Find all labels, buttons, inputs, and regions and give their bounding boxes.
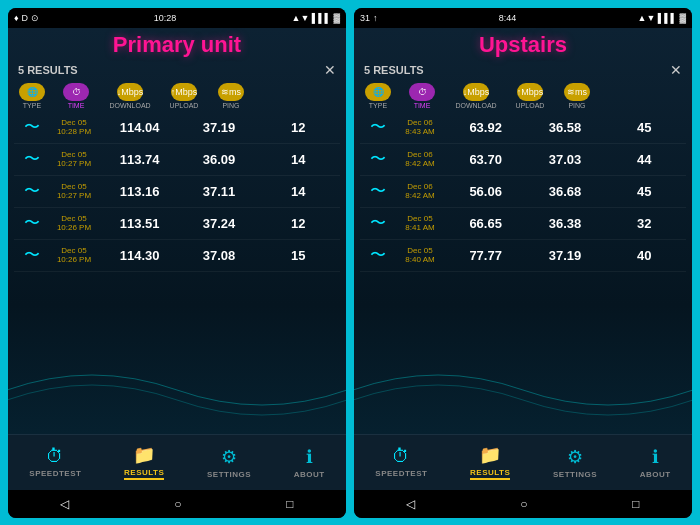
row-type: 〜: [16, 181, 48, 202]
wifi-icon: 〜: [24, 213, 40, 234]
nav-speedtest-upstairs[interactable]: ⏱ SPEEDTEST: [367, 442, 435, 482]
table-row[interactable]: 〜 Dec 05 10:26 PM 113.51 37.24 12: [14, 208, 340, 240]
phone-upstairs: 31 ↑ 8:44 ▲▼ ▌▌▌ ▓ Upstairs 5 RESULTS ✕ …: [354, 8, 692, 518]
nav-settings-primary[interactable]: ⚙ SETTINGS: [199, 442, 259, 483]
nav-speedtest-label: SPEEDTEST: [29, 469, 81, 478]
ping-col-label-2: PING: [568, 102, 585, 109]
row-time: Dec 05 10:26 PM: [48, 246, 100, 264]
recents-button[interactable]: □: [286, 497, 293, 511]
row-type: 〜: [16, 149, 48, 170]
row-ping: 15: [259, 248, 338, 263]
row-ping: 45: [605, 120, 684, 135]
ping-col-label: PING: [222, 102, 239, 109]
back-button[interactable]: ◁: [60, 497, 69, 511]
recents-button-2[interactable]: □: [632, 497, 639, 511]
bottom-nav-upstairs: ⏱ SPEEDTEST 📁 RESULTS ⚙ SETTINGS ℹ ABOUT: [354, 434, 692, 490]
col-ping-2[interactable]: ≋ms PING: [558, 83, 596, 109]
table-row[interactable]: 〜 Dec 05 10:28 PM 114.04 37.19 12: [14, 112, 340, 144]
table-row[interactable]: 〜 Dec 05 8:41 AM 66.65 36.38 32: [360, 208, 686, 240]
row-time: Dec 05 8:40 AM: [394, 246, 446, 264]
table-row[interactable]: 〜 Dec 06 8:43 AM 63.92 36.58 45: [360, 112, 686, 144]
status-bar-upstairs: 31 ↑ 8:44 ▲▼ ▌▌▌ ▓: [354, 8, 692, 28]
wifi-icon: 〜: [370, 149, 386, 170]
table-row[interactable]: 〜 Dec 06 8:42 AM 56.06 36.68 45: [360, 176, 686, 208]
status-left-icons-2: 31 ↑: [360, 13, 378, 23]
settings-icon-2: ⚙: [567, 446, 583, 468]
home-button[interactable]: ○: [174, 497, 181, 511]
table-row[interactable]: 〜 Dec 05 10:27 PM 113.74 36.09 14: [14, 144, 340, 176]
col-ping[interactable]: ≋ms PING: [212, 83, 250, 109]
status-time: 10:28: [154, 13, 177, 23]
download-col-label: DOWNLOAD: [109, 102, 150, 109]
time-col-icon: ⏱: [63, 83, 89, 101]
table-row[interactable]: 〜 Dec 05 10:27 PM 113.16 37.11 14: [14, 176, 340, 208]
row-ping: 45: [605, 184, 684, 199]
type-col-icon-2: 🌐: [365, 83, 391, 101]
location-icon: ♦: [14, 13, 19, 23]
ping-col-icon: ≋ms: [218, 83, 244, 101]
row-time: Dec 06 8:42 AM: [394, 150, 446, 168]
nav-speedtest-primary[interactable]: ⏱ SPEEDTEST: [21, 442, 89, 482]
row-type: 〜: [362, 181, 394, 202]
nav-settings-label-2: SETTINGS: [553, 470, 597, 479]
status-time-2: 8:44: [499, 13, 517, 23]
results-header-upstairs: 5 RESULTS ✕: [354, 60, 692, 80]
nav-results-label: RESULTS: [124, 468, 164, 477]
table-row[interactable]: 〜 Dec 06 8:42 AM 63.70 37.03 44: [360, 144, 686, 176]
nav-results-upstairs[interactable]: 📁 RESULTS: [462, 440, 518, 484]
results-header-primary: 5 RESULTS ✕: [8, 60, 346, 80]
row-type: 〜: [362, 117, 394, 138]
row-ping: 32: [605, 216, 684, 231]
col-time[interactable]: ⏱ TIME: [50, 83, 102, 109]
status-right-icons: ▲▼ ▌▌▌ ▓: [291, 13, 340, 23]
row-time: Dec 06 8:42 AM: [394, 182, 446, 200]
settings-icon-primary[interactable]: ✕: [324, 62, 336, 78]
column-headers-primary: 🌐 TYPE ⏱ TIME ↓Mbps DOWNLOAD ↑Mbps UPLOA…: [8, 80, 346, 112]
col-download[interactable]: ↓Mbps DOWNLOAD: [104, 83, 156, 109]
results-count-primary: 5 RESULTS: [18, 64, 78, 76]
wifi-icon: 〜: [24, 181, 40, 202]
row-type: 〜: [16, 117, 48, 138]
status-bar-primary: ♦ D ⊙ 10:28 ▲▼ ▌▌▌ ▓: [8, 8, 346, 28]
ping-col-icon-2: ≋ms: [564, 83, 590, 101]
data-icons: D ⊙: [22, 13, 39, 23]
col-upload[interactable]: ↑Mbps UPLOAD: [158, 83, 210, 109]
row-upload: 37.03: [525, 152, 604, 167]
row-upload: 37.24: [179, 216, 258, 231]
nav-settings-upstairs[interactable]: ⚙ SETTINGS: [545, 442, 605, 483]
speedtest-icon: ⏱: [46, 446, 64, 467]
col-time-2[interactable]: ⏱ TIME: [396, 83, 448, 109]
row-ping: 44: [605, 152, 684, 167]
row-download: 56.06: [446, 184, 525, 199]
nav-about-upstairs[interactable]: ℹ ABOUT: [632, 442, 679, 483]
row-download: 114.04: [100, 120, 179, 135]
download-col-icon-2: ↓Mbps: [463, 83, 489, 101]
home-button-2[interactable]: ○: [520, 497, 527, 511]
col-type[interactable]: 🌐 TYPE: [16, 83, 48, 109]
app-content-primary: Primary unit 5 RESULTS ✕ 🌐 TYPE ⏱ TIME ↓…: [8, 28, 346, 490]
wifi-icon: 〜: [24, 245, 40, 266]
results-icon: 📁: [133, 444, 155, 466]
col-download-2[interactable]: ↓Mbps DOWNLOAD: [450, 83, 502, 109]
speedtest-icon-2: ⏱: [392, 446, 410, 467]
col-upload-2[interactable]: ↑Mbps UPLOAD: [504, 83, 556, 109]
status-right-icons-2: ▲▼ ▌▌▌ ▓: [637, 13, 686, 23]
row-ping: 12: [259, 120, 338, 135]
nav-results-primary[interactable]: 📁 RESULTS: [116, 440, 172, 484]
row-ping: 12: [259, 216, 338, 231]
col-type-2[interactable]: 🌐 TYPE: [362, 83, 394, 109]
row-time: Dec 06 8:43 AM: [394, 118, 446, 136]
wifi-icon: 〜: [24, 117, 40, 138]
active-underline: [124, 478, 164, 480]
table-row[interactable]: 〜 Dec 05 10:26 PM 114.30 37.08 15: [14, 240, 340, 272]
row-type: 〜: [16, 213, 48, 234]
upload-col-label-2: UPLOAD: [516, 102, 545, 109]
nav-about-primary[interactable]: ℹ ABOUT: [286, 442, 333, 483]
wifi-icon: 〜: [24, 149, 40, 170]
back-button-2[interactable]: ◁: [406, 497, 415, 511]
type-col-icon: 🌐: [19, 83, 45, 101]
settings-icon-upstairs[interactable]: ✕: [670, 62, 682, 78]
nav-speedtest-label-2: SPEEDTEST: [375, 469, 427, 478]
row-time: Dec 05 10:27 PM: [48, 150, 100, 168]
table-row[interactable]: 〜 Dec 05 8:40 AM 77.77 37.19 40: [360, 240, 686, 272]
